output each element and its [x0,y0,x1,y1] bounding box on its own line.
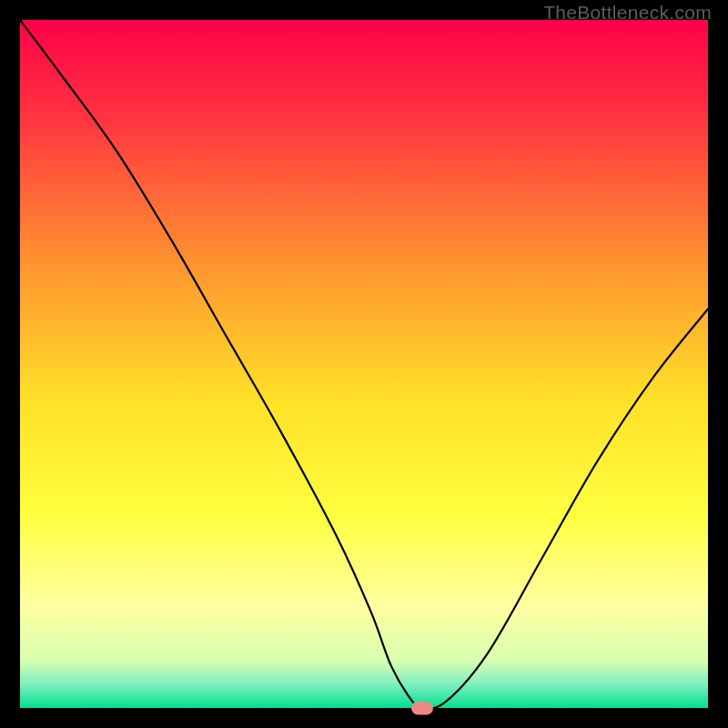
chart-background [20,20,708,708]
chart-plot-area [20,20,708,708]
chart-frame: TheBottleneck.com [0,0,728,728]
chart-svg [20,20,708,708]
optimal-point-marker [411,702,433,715]
